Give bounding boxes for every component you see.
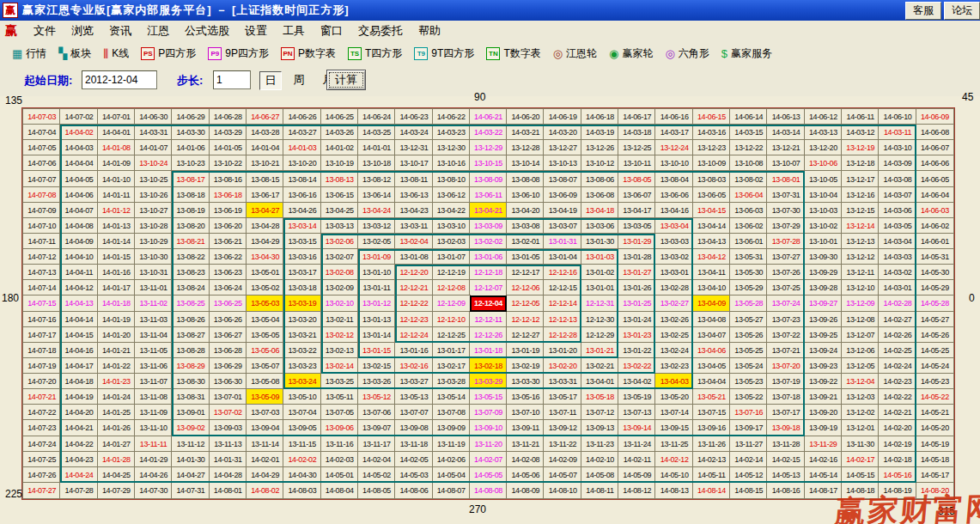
date-cell[interactable]: 13-03-13 — [321, 218, 358, 234]
date-cell[interactable]: 13-03-28 — [433, 374, 470, 389]
date-cell[interactable]: 13-08-14 — [283, 171, 320, 186]
date-cell[interactable]: 13-01-14 — [358, 327, 395, 343]
date-cell[interactable]: 14-05-08 — [581, 467, 618, 483]
date-cell[interactable]: 13-06-09 — [544, 187, 581, 203]
date-cell[interactable]: 13-06-05 — [693, 187, 730, 203]
date-cell[interactable]: 13-10-20 — [283, 155, 320, 171]
date-cell[interactable]: 13-11-11 — [135, 436, 172, 452]
date-cell[interactable]: 13-04-10 — [693, 280, 730, 296]
date-cell[interactable]: 14-06-23 — [395, 109, 432, 125]
date-cell[interactable]: 14-02-05 — [395, 452, 432, 467]
date-cell[interactable]: 13-02-01 — [507, 234, 544, 249]
date-cell[interactable]: 13-09-10 — [470, 420, 507, 436]
date-cell[interactable]: 13-09-16 — [693, 420, 730, 436]
date-cell[interactable]: 13-04-23 — [395, 203, 432, 218]
date-cell[interactable]: 13-04-30 — [247, 249, 283, 265]
date-cell[interactable]: 12-12-09 — [433, 296, 470, 311]
menu-item-文件[interactable]: 文件 — [26, 24, 64, 37]
date-cell[interactable]: 13-06-12 — [433, 187, 470, 203]
date-cell[interactable]: 13-09-04 — [247, 420, 283, 436]
date-cell[interactable]: 13-01-25 — [618, 296, 655, 311]
date-cell[interactable]: 14-02-12 — [655, 452, 692, 467]
date-cell[interactable]: 14-06-24 — [358, 109, 395, 125]
date-cell[interactable]: 14-02-28 — [879, 296, 916, 311]
date-cell[interactable]: 13-11-28 — [767, 436, 804, 452]
menu-item-工具[interactable]: 工具 — [275, 24, 313, 37]
date-cell[interactable]: 14-05-16 — [879, 467, 916, 483]
date-cell[interactable]: 14-06-06 — [916, 155, 953, 171]
date-cell[interactable]: 14-03-27 — [283, 125, 320, 140]
date-cell[interactable]: 13-03-23 — [283, 358, 320, 374]
date-cell[interactable]: 14-07-12 — [23, 249, 60, 265]
date-cell[interactable]: 13-10-15 — [470, 155, 507, 171]
date-cell[interactable]: 13-04-26 — [283, 203, 320, 218]
date-cell[interactable]: 13-12-15 — [842, 203, 879, 218]
date-cell[interactable]: 13-05-26 — [730, 327, 767, 343]
date-cell[interactable]: 14-01-26 — [98, 420, 135, 436]
date-cell[interactable]: 14-01-18 — [98, 296, 135, 311]
date-cell[interactable]: 12-12-25 — [433, 327, 470, 343]
date-cell[interactable]: 13-07-16 — [730, 405, 767, 420]
date-cell[interactable]: 13-02-02 — [470, 234, 507, 249]
date-cell[interactable]: 13-11-19 — [433, 436, 470, 452]
date-cell[interactable]: 14-07-02 — [60, 109, 97, 125]
date-cell[interactable]: 14-05-01 — [321, 467, 358, 483]
date-cell[interactable]: 13-11-22 — [544, 436, 581, 452]
date-cell[interactable]: 13-05-19 — [618, 389, 655, 405]
date-cell[interactable]: 14-02-10 — [581, 452, 618, 467]
date-cell[interactable]: 13-06-13 — [395, 187, 432, 203]
date-cell[interactable]: 14-01-20 — [98, 327, 135, 343]
date-cell[interactable]: 13-12-19 — [842, 140, 879, 155]
date-cell[interactable]: 14-07-26 — [23, 467, 60, 483]
date-cell[interactable]: 12-12-16 — [544, 265, 581, 280]
date-cell[interactable]: 13-06-25 — [210, 296, 247, 311]
date-cell[interactable]: 13-04-03 — [655, 374, 692, 389]
date-cell[interactable]: 12-12-12 — [507, 312, 544, 327]
date-cell[interactable]: 14-06-11 — [842, 109, 879, 125]
unit-button-周[interactable]: 周 — [289, 71, 309, 88]
date-cell[interactable]: 13-07-13 — [618, 405, 655, 420]
date-cell[interactable]: 13-11-20 — [470, 436, 507, 452]
date-cell[interactable]: 13-12-02 — [842, 405, 879, 420]
date-cell[interactable]: 13-08-04 — [655, 171, 692, 186]
date-cell[interactable]: 14-01-29 — [135, 452, 172, 467]
date-cell[interactable]: 13-02-07 — [321, 249, 358, 265]
date-cell[interactable]: 13-12-07 — [842, 327, 879, 343]
date-cell[interactable]: 14-03-16 — [693, 125, 730, 140]
date-cell[interactable]: 12-12-24 — [395, 327, 432, 343]
date-cell[interactable]: 13-12-29 — [470, 140, 507, 155]
date-cell[interactable]: 13-05-23 — [730, 374, 767, 389]
date-cell[interactable]: 13-04-20 — [507, 203, 544, 218]
date-cell[interactable]: 13-03-30 — [507, 374, 544, 389]
date-cell[interactable]: 13-02-26 — [655, 312, 692, 327]
date-cell[interactable]: 13-03-22 — [283, 343, 320, 358]
date-cell[interactable]: 13-09-12 — [544, 420, 581, 436]
menu-item-江恩[interactable]: 江恩 — [139, 24, 177, 37]
date-cell[interactable]: 13-01-17 — [433, 343, 470, 358]
date-cell[interactable]: 13-06-07 — [618, 187, 655, 203]
date-cell[interactable]: 12-12-19 — [433, 265, 470, 280]
date-cell[interactable]: 14-01-25 — [98, 405, 135, 420]
date-cell[interactable]: 13-09-15 — [655, 420, 692, 436]
date-cell[interactable]: 13-03-07 — [544, 218, 581, 234]
date-cell[interactable]: 14-02-22 — [879, 389, 916, 405]
date-cell[interactable]: 14-06-28 — [210, 109, 247, 125]
date-cell[interactable]: 14-06-20 — [507, 109, 544, 125]
date-cell[interactable]: 13-10-06 — [805, 155, 842, 171]
date-cell[interactable]: 14-03-05 — [879, 218, 916, 234]
date-cell[interactable]: 13-01-18 — [470, 343, 507, 358]
date-cell[interactable]: 13-10-10 — [655, 155, 692, 171]
date-cell[interactable]: 14-04-03 — [60, 140, 97, 155]
date-cell[interactable]: 13-04-16 — [655, 203, 692, 218]
date-cell[interactable]: 14-03-29 — [210, 125, 247, 140]
date-cell[interactable]: 14-04-29 — [247, 467, 283, 483]
date-cell[interactable]: 13-05-13 — [395, 389, 432, 405]
date-cell[interactable]: 14-01-22 — [98, 358, 135, 374]
date-cell[interactable]: 13-03-10 — [433, 218, 470, 234]
date-cell[interactable]: 13-05-03 — [247, 296, 283, 311]
date-cell[interactable]: 13-07-21 — [767, 343, 804, 358]
date-cell[interactable]: 13-06-11 — [470, 187, 507, 203]
date-cell[interactable]: 14-01-15 — [98, 249, 135, 265]
date-cell[interactable]: 14-05-29 — [916, 280, 953, 296]
unit-button-日[interactable]: 日 — [259, 71, 282, 90]
